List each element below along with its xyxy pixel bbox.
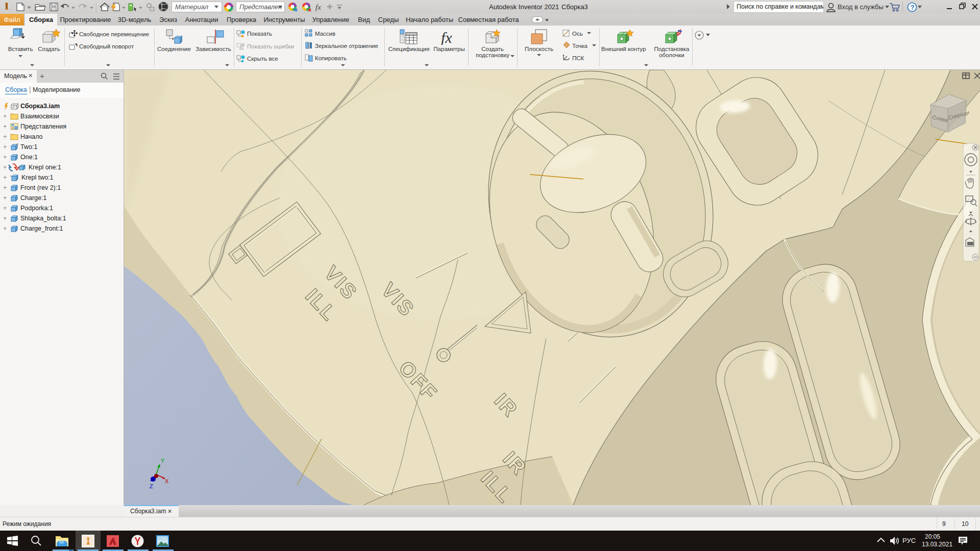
svg-text:Z: Z	[150, 483, 153, 489]
svg-text:fx: fx	[315, 3, 321, 11]
svg-text:Y: Y	[161, 458, 165, 464]
svg-text:X: X	[165, 478, 169, 484]
svg-text:fx: fx	[441, 30, 452, 45]
svg-text:?: ?	[911, 4, 915, 11]
